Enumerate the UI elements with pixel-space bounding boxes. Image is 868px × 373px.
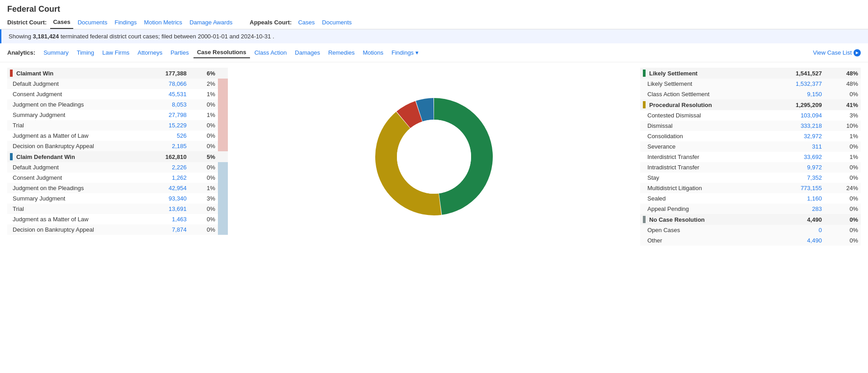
tab-class-action[interactable]: Class Action [251, 47, 291, 58]
nav-motion-metrics[interactable]: Motion Metrics [142, 16, 185, 28]
tab-attorneys[interactable]: Attorneys [134, 47, 166, 58]
table-row: Severance 311 0% [640, 141, 861, 152]
table-row: Default Judgment 78,066 2% [7, 79, 228, 89]
svg-point-0 [397, 120, 471, 194]
table-row: Intradistrict Transfer 9,972 0% [640, 162, 861, 173]
left-panel: Claimant Win 177,388 6% Default Judgment… [0, 62, 235, 251]
table-row: Consent Judgment 45,531 1% [7, 89, 228, 99]
case-count: 3,181,424 [33, 33, 59, 40]
table-row: Decision on Bankruptcy Appeal 7,874 0% [7, 224, 228, 235]
table-row: Summary Judgment 93,340 3% [7, 193, 228, 204]
analytics-label: Analytics: [7, 49, 35, 56]
nav-documents[interactable]: Documents [75, 16, 110, 28]
tab-motions[interactable]: Motions [359, 47, 387, 58]
tab-findings[interactable]: Findings ▾ [388, 47, 422, 58]
table-row: Trial 15,229 0% [7, 120, 228, 131]
appeals-documents[interactable]: Documents [319, 16, 354, 28]
nav-findings[interactable]: Findings [112, 16, 139, 28]
district-label: District Court: [7, 19, 47, 26]
circle-icon: ► [854, 49, 861, 56]
nav-damage-awards[interactable]: Damage Awards [187, 16, 235, 28]
table-row: Judgment on the Pleadings 42,954 1% [7, 183, 228, 193]
table-row: Multidistrict Litigation 773,155 24% [640, 183, 861, 193]
table-row: Dismissal 333,218 10% [640, 121, 861, 131]
tab-case-resolutions[interactable]: Case Resolutions [193, 47, 250, 58]
view-case-list-link[interactable]: View Case List ► [813, 49, 861, 56]
tab-damages[interactable]: Damages [291, 47, 324, 58]
table-row: Consent Judgment 1,262 0% [7, 173, 228, 183]
table-row: Judgment on the Pleadings 8,053 0% [7, 99, 228, 110]
tab-law-firms[interactable]: Law Firms [99, 47, 133, 58]
right-panel: Likely Settlement 1,541,527 48% Likely S… [633, 62, 868, 251]
table-row: Sealed 1,160 0% [640, 193, 861, 204]
table-row: Likely Settlement 1,532,377 48% [640, 79, 861, 89]
left-table: Claimant Win 177,388 6% Default Judgment… [7, 68, 228, 235]
table-row: Stay 7,352 0% [640, 173, 861, 183]
tab-summary[interactable]: Summary [40, 47, 72, 58]
table-row: Likely Settlement 1,541,527 48% [640, 68, 861, 79]
analytics-bar: Analytics: Summary Timing Law Firms Atto… [0, 43, 868, 62]
table-row: Procedural Resolution 1,295,209 41% [640, 99, 861, 110]
table-row: Claimant Win 177,388 6% [7, 68, 228, 79]
table-row: Class Action Settlement 9,150 0% [640, 89, 861, 99]
tab-timing[interactable]: Timing [73, 47, 98, 58]
table-row: Claim Defendant Win 162,810 5% [7, 151, 228, 162]
analytics-nav: Analytics: Summary Timing Law Firms Atto… [7, 47, 422, 58]
table-row: Judgment as a Matter of Law 526 0% [7, 131, 228, 141]
donut-chart [366, 89, 502, 224]
table-row: Trial 13,691 0% [7, 204, 228, 214]
tab-parties[interactable]: Parties [167, 47, 192, 58]
main-content: Claimant Win 177,388 6% Default Judgment… [0, 62, 868, 251]
appeals-cases[interactable]: Cases [295, 16, 317, 28]
table-row: Decision on Bankruptcy Appeal 2,185 0% [7, 141, 228, 151]
right-table: Likely Settlement 1,541,527 48% Likely S… [640, 68, 861, 246]
table-row: Other 4,490 0% [640, 235, 861, 246]
table-row: No Case Resolution 4,490 0% [640, 214, 861, 225]
appeals-label: Appeals Court: [250, 19, 292, 26]
table-row: Default Judgment 2,226 0% [7, 162, 228, 173]
table-row: Contested Dismissal 103,094 3% [640, 110, 861, 121]
center-panel [235, 62, 633, 251]
table-row: Interdistrict Transfer 33,692 1% [640, 152, 861, 162]
nav-cases[interactable]: Cases [50, 16, 73, 29]
header: Federal Court District Court: Cases Docu… [0, 0, 868, 62]
table-row: Summary Judgment 27,798 1% [7, 110, 228, 120]
info-text: Showing 3,181,424 terminated federal dis… [9, 33, 274, 40]
table-row: Consolidation 32,972 1% [640, 131, 861, 141]
tab-remedies[interactable]: Remedies [325, 47, 359, 58]
table-row: Appeal Pending 283 0% [640, 204, 861, 214]
table-row: Judgment as a Matter of Law 1,463 0% [7, 214, 228, 224]
page-title: Federal Court [7, 5, 861, 14]
info-bar: Showing 3,181,424 terminated federal dis… [0, 29, 868, 43]
table-row: Open Cases 0 0% [640, 225, 861, 235]
